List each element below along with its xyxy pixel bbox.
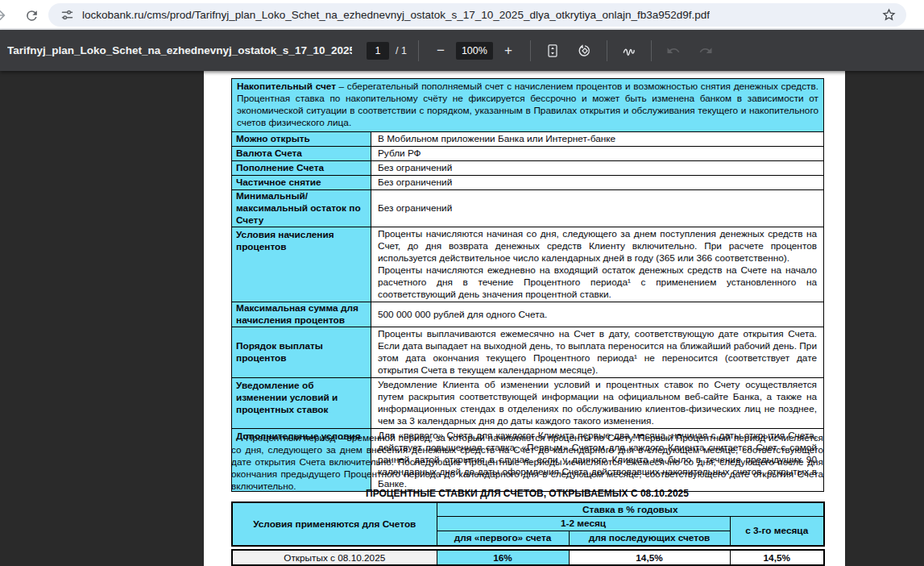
rates-data-table: Открытых с 08.10.2025 16% 14,5% 14,5% (231, 549, 825, 566)
rates-from-3rd-rate-cell: 14,5% (730, 550, 824, 565)
address-bar[interactable]: lockobank.ru/cms/prod/Tarifnyj_plan_Loko… (48, 3, 906, 27)
url-text[interactable]: lockobank.ru/cms/prod/Tarifnyj_plan_Loko… (82, 9, 710, 21)
browser-toolbar: lockobank.ru/cms/prod/Tarifnyj_plan_Loko… (0, 0, 924, 30)
annotate-draw-icon[interactable] (619, 40, 640, 61)
rotate-icon[interactable] (574, 40, 595, 61)
pdf-viewer-area: Накопительный счет – сберегательный попо… (0, 71, 924, 566)
rates-condition-cell: Открытых с 08.10.2025 (232, 550, 437, 565)
rates-from-month-3-header: с 3-го месяца (730, 516, 824, 546)
row-value: 500 000 000 рублей для одного Счета. (371, 302, 824, 327)
row-value: Без ограничений (371, 176, 824, 190)
row-label: Валюта Счета (232, 147, 371, 161)
row-value: Без ограничений (371, 190, 824, 227)
rates-period-1-2-header: 1-2 месяц (437, 516, 730, 531)
undo-icon[interactable] (663, 40, 684, 61)
rates-first-account-header: для «первого» счета (437, 531, 569, 546)
table-row: Условия начисления процентов Проценты на… (232, 227, 824, 302)
table-row: Частичное снятие Без ограничений (232, 176, 824, 190)
row-label: Частичное снятие (232, 176, 371, 190)
zoom-out-button[interactable]: − (430, 40, 451, 61)
pdf-toolbar: Tarifnyj_plan_Loko_Schet_na_ezhednevnyj_… (0, 30, 924, 71)
pdf-page: Накопительный счет – сберегательный попо… (204, 71, 845, 566)
toolbar-divider (418, 40, 419, 61)
table-row: Уведомление об изменении условий и проце… (232, 378, 824, 429)
row-value: Уведомление Клиента об изменении условий… (371, 378, 824, 429)
table-row: Валюта Счета Рубли РФ (232, 147, 824, 161)
table-row: Пополнение Счета Без ограничений (232, 161, 824, 176)
rates-subsequent-accounts-header: для последующих счетов (569, 531, 730, 546)
row-value: Без ограничений (371, 161, 824, 176)
row-label: Можно открыть (232, 132, 371, 147)
rates-header-table: Условия применяются для Счетов Ставка в … (231, 501, 825, 547)
rates-conditions-header: Условия применяются для Счетов (232, 502, 437, 546)
account-terms-table: Накопительный счет – сберегательный попо… (231, 78, 824, 492)
rates-table-title: ПРОЦЕНТНЫЕ СТАВКИ ДЛЯ СЧЕТОВ, ОТКРЫВАЕМЫ… (231, 488, 823, 499)
row-label: Пополнение Счета (232, 161, 371, 176)
browser-window: lockobank.ru/cms/prod/Tarifnyj_plan_Loko… (0, 0, 924, 566)
row-label: Максимальная сумма для начисления процен… (232, 302, 371, 327)
page-count-label: / 1 (396, 45, 407, 56)
toolbar-divider (530, 40, 531, 61)
pdf-document-title: Tarifnyj_plan_Loko_Schet_na_ezhednevnyj_… (7, 44, 352, 56)
account-intro-cell: Накопительный счет – сберегательный попо… (232, 79, 824, 132)
row-value: Проценты начисляются начиная со дня, сле… (371, 227, 824, 302)
page-number-input[interactable] (367, 42, 389, 60)
row-value: В Мобильном приложении Банка или Интерне… (371, 132, 824, 147)
intro-term: Накопительный счет (237, 81, 336, 92)
redo-icon[interactable] (695, 40, 716, 61)
table-row: Максимальная сумма для начисления процен… (232, 302, 824, 327)
table-row: Минимальный/максимальный остаток по Счет… (232, 190, 824, 227)
row-value: Проценты выплачиваются ежемесячно на Сче… (371, 327, 824, 378)
fit-to-page-icon[interactable] (542, 40, 563, 61)
table-row: Можно открыть В Мобильном приложении Бан… (232, 132, 824, 147)
rates-first-rate-cell: 16% (437, 550, 569, 565)
rates-subsequent-rate-cell: 14,5% (569, 550, 730, 565)
site-settings-icon[interactable] (58, 6, 76, 24)
forward-icon[interactable] (0, 7, 9, 23)
row-label: Порядок выплаты процентов (232, 327, 371, 378)
row-label: Минимальный/максимальный остаток по Счет… (232, 190, 371, 227)
bookmark-star-icon[interactable] (879, 6, 898, 25)
row-value: Рубли РФ (371, 147, 824, 161)
rates-data-row: Открытых с 08.10.2025 16% 14,5% 14,5% (232, 550, 824, 565)
toolbar-divider (607, 40, 607, 61)
row-label: Условия начисления процентов (232, 227, 371, 302)
zoom-level[interactable]: 100% (456, 42, 493, 60)
toolbar-divider (651, 40, 652, 61)
row-label: Уведомление об изменении условий и проце… (232, 378, 371, 429)
footnote: ¹Процентный период – временной период, з… (231, 432, 823, 493)
rates-rate-header: Ставка в % годовых (437, 502, 824, 516)
zoom-in-button[interactable]: + (498, 40, 519, 61)
reload-icon[interactable] (22, 6, 41, 25)
table-row: Порядок выплаты процентов Проценты выпла… (232, 327, 824, 378)
